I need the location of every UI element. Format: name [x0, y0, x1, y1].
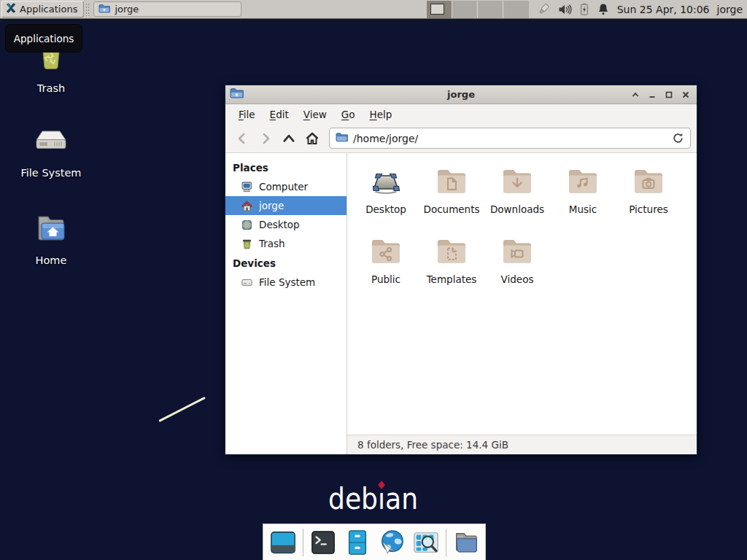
panel-right-group: Sun 25 Apr, 10:06 jorge: [427, 1, 747, 18]
web-browser-globe-icon: [377, 528, 406, 557]
file-cabinet-icon: [344, 529, 371, 556]
drive-icon: [241, 276, 253, 289]
applications-tooltip: Applications: [5, 24, 82, 52]
file-item-music[interactable]: Music: [550, 163, 616, 230]
file-item-templates[interactable]: Templates: [419, 233, 484, 300]
applications-menu-icon: [5, 2, 17, 16]
toolbar: /home/jorge/: [225, 124, 697, 153]
sidebar-item-label: Desktop: [259, 219, 300, 230]
panel-grip-handle[interactable]: [85, 3, 90, 16]
file-grid[interactable]: Desktop Documents Do: [347, 153, 697, 435]
file-item-label: Videos: [501, 273, 534, 285]
sidebar-item-label: Trash: [259, 238, 285, 249]
file-view-column: Desktop Documents Do: [347, 153, 697, 454]
back-button[interactable]: [231, 128, 253, 149]
sidebar-item-file-system[interactable]: File System: [225, 273, 347, 292]
videos-folder-icon: [500, 233, 535, 268]
computer-icon: [241, 181, 253, 193]
desktop-rubberband-line: [158, 397, 206, 422]
dock-web-browser-button[interactable]: [377, 528, 406, 557]
file-item-label: Music: [569, 203, 597, 215]
window-titlebar[interactable]: jorge: [225, 85, 697, 104]
notifications-bell-icon[interactable]: [597, 2, 610, 16]
templates-folder-icon: [434, 233, 469, 268]
sidebar-heading-devices: Devices: [225, 253, 347, 273]
forward-button[interactable]: [255, 128, 276, 149]
file-item-pictures[interactable]: Pictures: [616, 163, 681, 230]
close-icon[interactable]: [678, 88, 693, 102]
menu-go[interactable]: Go: [334, 106, 363, 123]
menu-view[interactable]: View: [296, 106, 334, 123]
debian-logo-i: ı: [378, 481, 385, 516]
debian-logo-text: an: [385, 481, 418, 516]
menu-edit[interactable]: Edit: [263, 106, 296, 123]
workspace-3[interactable]: [478, 1, 503, 18]
pictures-folder-icon: [631, 163, 666, 198]
sidebar-item-label: File System: [259, 276, 315, 288]
trash-small-icon: [241, 238, 253, 250]
applications-menu-button[interactable]: Applications: [1, 1, 84, 18]
desktop-icon-label: Trash: [37, 82, 65, 94]
file-item-videos[interactable]: Videos: [484, 233, 550, 300]
workspace-2[interactable]: [452, 1, 478, 18]
path-text[interactable]: /home/jorge/: [353, 133, 418, 144]
desktop-icon-file-system[interactable]: File System: [11, 122, 91, 179]
home-button[interactable]: [301, 128, 323, 149]
volume-icon[interactable]: [557, 3, 572, 16]
desktop-icon-label: Home: [36, 254, 67, 266]
taskbar-window-button[interactable]: jorge: [93, 1, 241, 17]
file-item-label: Documents: [424, 203, 480, 215]
file-item-label: Downloads: [490, 203, 544, 215]
workspace-1[interactable]: [427, 1, 452, 18]
sidebar-item-trash[interactable]: Trash: [225, 234, 347, 253]
stylus-icon[interactable]: [536, 2, 551, 17]
downloads-folder-icon: [500, 163, 535, 198]
sidebar-item-computer[interactable]: Computer: [225, 177, 347, 196]
taskbar-folder-icon: [98, 4, 110, 15]
menubar: File Edit View Go Help: [225, 104, 697, 124]
file-manager-window: jorge File Edit View Go Help /home/jorge…: [225, 85, 697, 455]
applications-menu-label: Applications: [20, 4, 77, 15]
workspace-switcher[interactable]: [427, 1, 529, 18]
file-item-downloads[interactable]: Downloads: [484, 163, 550, 230]
window-body: Places Computer jorge Desktop Trash Devi…: [225, 153, 697, 454]
window-title: jorge: [225, 89, 697, 100]
dock-separator: [446, 529, 446, 556]
desktop-icon-home[interactable]: Home: [11, 210, 91, 266]
reload-icon[interactable]: [672, 132, 684, 144]
panel-username[interactable]: jorge: [717, 4, 743, 15]
path-bar[interactable]: /home/jorge/: [329, 128, 691, 149]
workspace-4[interactable]: [503, 1, 529, 18]
taskbar-window-label: jorge: [115, 4, 139, 15]
up-button[interactable]: [278, 128, 300, 149]
file-item-documents[interactable]: Documents: [419, 163, 484, 230]
applications-tooltip-text: Applications: [14, 33, 74, 44]
dock-directory-menu-button[interactable]: [452, 528, 481, 557]
dock: [263, 524, 486, 560]
music-folder-icon: [565, 163, 600, 198]
dock-file-manager-button[interactable]: [343, 528, 372, 557]
maximize-icon[interactable]: [661, 88, 676, 102]
hard-drive-icon: [32, 122, 70, 162]
file-item-label: Templates: [427, 273, 477, 285]
battery-icon[interactable]: [578, 2, 590, 16]
sidebar-item-label: Computer: [259, 181, 308, 192]
minimize-icon[interactable]: [644, 88, 659, 102]
menu-help[interactable]: Help: [363, 106, 400, 123]
sidebar-item-desktop[interactable]: Desktop: [225, 215, 347, 234]
file-item-desktop[interactable]: Desktop: [353, 163, 419, 230]
home-icon: [241, 200, 253, 212]
file-item-label: Pictures: [629, 203, 667, 215]
dock-app-finder-button[interactable]: [411, 528, 441, 557]
sidebar-item-jorge[interactable]: jorge: [225, 196, 347, 215]
shade-icon[interactable]: [627, 88, 643, 102]
show-desktop-icon: [269, 529, 297, 556]
panel-clock[interactable]: Sun 25 Apr, 10:06: [617, 4, 710, 15]
dock-terminal-button[interactable]: [309, 528, 338, 557]
menu-file[interactable]: File: [231, 106, 263, 123]
dock-show-desktop-button[interactable]: [268, 528, 298, 557]
documents-folder-icon: [434, 163, 469, 198]
file-item-public[interactable]: Public: [353, 233, 419, 300]
statusbar-text: 8 folders, Free space: 14.4 GiB: [357, 439, 508, 451]
workspace-window-thumbnail: [430, 4, 444, 15]
